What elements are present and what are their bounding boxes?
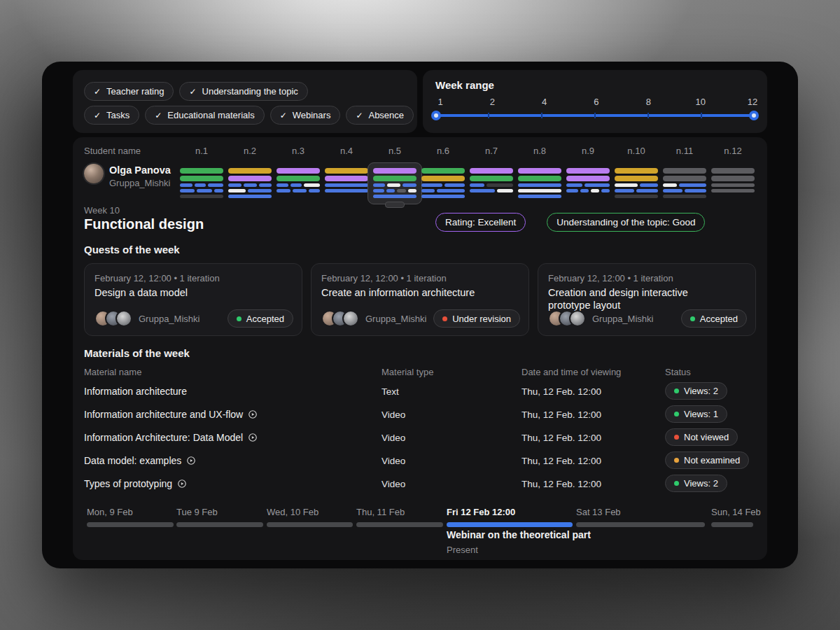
group-avatars — [94, 310, 132, 327]
week-cell-n-1[interactable] — [180, 168, 223, 200]
quest-title: Design a data model — [94, 286, 270, 299]
week-range-tick-label: 2 — [483, 97, 501, 107]
week-cell-n-11[interactable] — [663, 168, 706, 200]
bar-segment — [421, 195, 465, 198]
week-range-slider[interactable] — [435, 114, 755, 117]
bar-segment — [180, 176, 223, 181]
dashboard-panel: ✓Teacher rating✓Understanding the topic … — [42, 62, 798, 568]
slider-handle-right[interactable] — [749, 111, 759, 120]
bar-row — [373, 189, 416, 192]
play-icon[interactable] — [177, 479, 187, 489]
quest-card[interactable]: February 12, 12:00 • 1 iterationCreate a… — [311, 263, 529, 336]
selected-week-handle[interactable] — [385, 202, 405, 208]
bar-row — [470, 176, 513, 181]
filter-chip-tasks[interactable]: ✓Tasks — [84, 106, 139, 125]
material-view-datetime: Thu, 12 Feb. 12:00 — [522, 386, 601, 397]
play-icon[interactable] — [248, 410, 258, 419]
material-row[interactable]: Information architectureTextThu, 12 Feb.… — [73, 381, 767, 404]
status-dot-icon — [237, 316, 241, 321]
timeline-day-bar — [576, 522, 705, 527]
week-column-header-n-5: n.5 — [379, 146, 410, 156]
week-column-header-n-7: n.7 — [476, 146, 507, 156]
bar-row — [180, 176, 223, 181]
bar-segment — [397, 189, 406, 192]
materials-column-header-date-and-time-of-viewing: Date and time of viewing — [522, 367, 621, 377]
material-name: Information architecture — [84, 386, 187, 397]
material-view-datetime: Thu, 12 Feb. 12:00 — [522, 479, 601, 489]
bar-row — [325, 176, 368, 181]
filter-chip-understanding-the-topic[interactable]: ✓Understanding the topic — [179, 82, 307, 101]
bar-row — [566, 168, 610, 174]
bar-segment — [228, 183, 241, 187]
material-view-datetime: Thu, 12 Feb. 12:00 — [522, 456, 601, 466]
week-cell-n-6[interactable] — [421, 168, 465, 200]
webinar-attendance-note: Present — [447, 545, 478, 555]
bar-segment — [325, 176, 368, 181]
quest-status-label: Under revision — [452, 314, 511, 324]
quest-card[interactable]: February 12, 12:00 • 1 iterationCreation… — [538, 263, 756, 336]
week-column-header-n-12: n.12 — [718, 146, 748, 156]
material-row[interactable]: Types of prototypingVideoThu, 12 Feb. 12… — [73, 473, 767, 496]
bar-segment — [276, 183, 288, 187]
material-type: Text — [382, 386, 399, 397]
filter-chip-absence[interactable]: ✓Absence — [346, 106, 414, 125]
play-icon[interactable] — [248, 433, 258, 442]
material-name-text: Information architecture and UX-flow — [84, 409, 243, 420]
bar-row — [276, 183, 320, 187]
timeline-day-sat-13-feb: Sat 13 Feb — [576, 507, 705, 527]
material-status-label: Views: 2 — [684, 386, 718, 396]
bar-segment — [421, 189, 435, 192]
week-cell-n-9[interactable] — [566, 168, 610, 195]
timeline-day-label: Thu, 11 Feb — [356, 507, 443, 517]
bar-row — [228, 168, 272, 174]
week-column-header-n-6: n.6 — [428, 146, 458, 156]
material-status: Views: 1 — [665, 405, 727, 423]
week-column-header-n-4: n.4 — [331, 146, 362, 156]
bar-row — [325, 168, 368, 174]
week-cell-n-5[interactable] — [373, 168, 416, 200]
material-row[interactable]: Data model: examplesVideoThu, 12 Feb. 12… — [73, 450, 767, 473]
bar-segment — [402, 183, 416, 187]
bar-row — [325, 183, 368, 187]
quest-meta: February 12, 12:00 • 1 iteration — [321, 273, 447, 284]
bar-segment — [470, 189, 495, 192]
week-cell-n-10[interactable] — [615, 168, 658, 200]
bar-segment — [470, 176, 513, 181]
play-icon[interactable] — [186, 456, 196, 465]
quest-footer: Gruppa_MishkiUnder revision — [321, 309, 520, 328]
bar-row — [373, 195, 416, 198]
bar-segment — [421, 176, 465, 181]
week-cell-n-4[interactable] — [325, 168, 368, 195]
week-cell-n-3[interactable] — [276, 168, 320, 195]
material-name-text: Information Architecture: Data Model — [84, 432, 243, 443]
materials-column-header-material-type: Material type — [382, 367, 433, 377]
material-row[interactable]: Information Architecture: Data ModelVide… — [73, 427, 767, 450]
filter-chip-teacher-rating[interactable]: ✓Teacher rating — [84, 82, 174, 101]
week-cell-n-2[interactable] — [228, 168, 272, 200]
bar-row — [518, 168, 561, 174]
student-avatar — [84, 164, 104, 183]
week-cell-n-12[interactable] — [711, 168, 755, 195]
filter-chip-webinars[interactable]: ✓Webinars — [270, 106, 341, 125]
bar-row — [711, 183, 755, 187]
bar-row — [373, 183, 416, 187]
webinar-event-title: Webinar on the theoretical part — [447, 529, 591, 540]
material-type: Video — [382, 479, 405, 489]
bar-segment — [636, 189, 658, 192]
week-cell-n-8[interactable] — [518, 168, 561, 200]
bar-segment — [566, 176, 610, 181]
bar-segment — [180, 195, 223, 198]
material-row[interactable]: Information architecture and UX-flowVide… — [73, 404, 767, 427]
bar-segment — [373, 168, 416, 174]
material-status: Views: 2 — [665, 382, 727, 400]
quest-meta: February 12, 12:00 • 1 iteration — [548, 273, 673, 284]
filter-chip-educational-materials[interactable]: ✓Educational materials — [145, 106, 264, 125]
week-cell-n-7[interactable] — [470, 168, 513, 195]
bar-segment — [615, 176, 658, 181]
check-icon: ✓ — [155, 111, 162, 120]
quest-card[interactable]: February 12, 12:00 • 1 iterationDesign a… — [84, 263, 302, 336]
week-range-tick-label: 12 — [743, 97, 762, 107]
slider-handle-left[interactable] — [431, 111, 441, 120]
timeline-day-bar — [267, 522, 353, 527]
bar-segment — [387, 183, 400, 187]
